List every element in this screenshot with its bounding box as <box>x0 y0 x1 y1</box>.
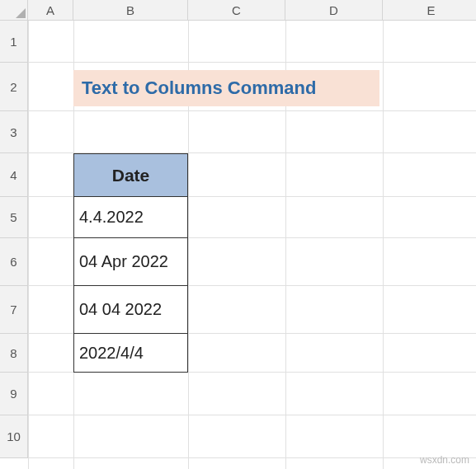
col-header-D[interactable]: D <box>285 0 383 21</box>
select-all-corner[interactable] <box>0 0 28 21</box>
row-header-9[interactable]: 9 <box>0 373 28 415</box>
row-header-6[interactable]: 6 <box>0 238 28 286</box>
table-header-date[interactable]: Date <box>73 153 188 197</box>
column-headers-row: A B C D E <box>0 0 476 21</box>
data-cell[interactable]: 2022/4/4 <box>73 334 188 373</box>
grid-body: 1 2 3 4 5 6 7 8 9 10 Text to Columns Com… <box>0 21 476 469</box>
data-cell[interactable]: 4.4.2022 <box>73 197 188 238</box>
row-header-1[interactable]: 1 <box>0 21 28 63</box>
data-cell[interactable]: 04 04 2022 <box>73 286 188 334</box>
row-header-3[interactable]: 3 <box>0 111 28 153</box>
col-header-B[interactable]: B <box>73 0 188 21</box>
col-header-E[interactable]: E <box>383 0 476 21</box>
data-cell[interactable]: 04 Apr 2022 <box>73 238 188 286</box>
watermark: wsxdn.com <box>420 454 469 466</box>
row-header-7[interactable]: 7 <box>0 286 28 334</box>
title-cell[interactable]: Text to Columns Command <box>73 70 379 106</box>
row-header-10[interactable]: 10 <box>0 415 28 458</box>
row-header-4[interactable]: 4 <box>0 153 28 197</box>
row-header-2[interactable]: 2 <box>0 63 28 111</box>
row-header-8[interactable]: 8 <box>0 334 28 373</box>
col-header-A[interactable]: A <box>28 0 73 21</box>
col-header-C[interactable]: C <box>188 0 285 21</box>
row-header-5[interactable]: 5 <box>0 197 28 238</box>
